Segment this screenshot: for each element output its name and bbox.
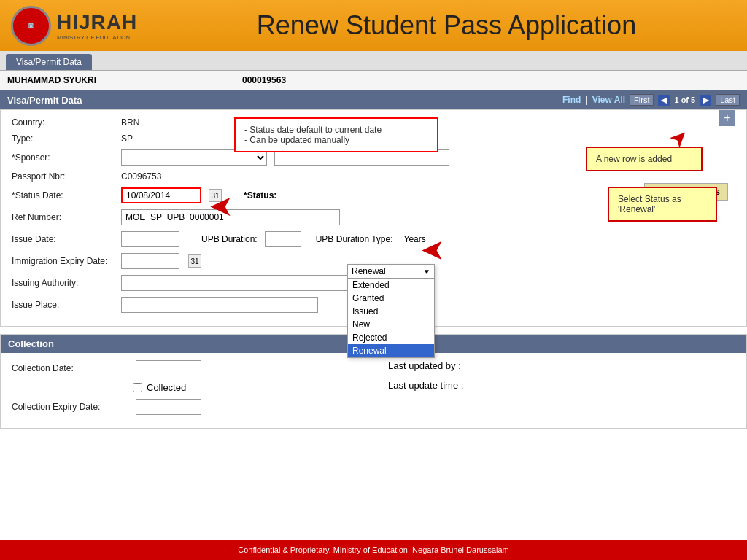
country-label: Country: xyxy=(12,117,114,128)
collection-right: Last updated by : Last update time : xyxy=(388,360,735,421)
footer-text: Confidential & Proprietary, Ministry of … xyxy=(238,545,509,554)
dropdown-selected-value: Renewal xyxy=(352,266,386,276)
last-update-time-row: Last update time : xyxy=(388,380,735,391)
logo-area: 🏛️ HIJRAH MINISTRY OF EDUCATION xyxy=(11,6,157,46)
section-header: Visa/Permit Data Find | View All First ◀… xyxy=(0,90,747,109)
issue-date-row: Issue Date: UPB Duration: UPB Duration T… xyxy=(12,231,735,247)
add-row-button[interactable]: + xyxy=(719,110,735,126)
status-date-label: *Status Date: xyxy=(12,190,114,201)
nav-view-all-link[interactable]: View All xyxy=(592,95,625,105)
status-date-input[interactable] xyxy=(121,187,201,203)
callout-new-row: A new row is added xyxy=(586,147,703,171)
collection-body: Collection Date: Collected Collection Ex… xyxy=(1,353,746,428)
type-value: SP xyxy=(121,133,133,144)
passport-value: C0096753 xyxy=(121,171,161,182)
dropdown-option-renewal[interactable]: Renewal xyxy=(348,344,434,357)
dropdown-option-extended[interactable]: Extended xyxy=(348,279,434,292)
app-header: 🏛️ HIJRAH MINISTRY OF EDUCATION Renew St… xyxy=(0,0,747,51)
callout-select-status-line1: Select Status as xyxy=(618,194,707,204)
upb-duration-type-label: UPB Duration Type: xyxy=(316,234,393,244)
dropdown-header: Renewal ▼ xyxy=(348,265,434,279)
last-updated-by-label: Last updated by : xyxy=(388,360,461,371)
nav-last-button[interactable]: Last xyxy=(716,94,740,106)
student-info-bar: MUHAMMAD SYUKRI 000019563 xyxy=(0,71,747,90)
last-update-time-label: Last update time : xyxy=(388,380,463,391)
dropdown-option-new[interactable]: New xyxy=(348,318,434,331)
collected-row: Collected xyxy=(12,382,359,393)
status-dropdown-popup: Renewal ▼ Extended Granted Issued New Re… xyxy=(347,264,435,358)
collection-date-row: Collection Date: xyxy=(12,360,359,376)
type-label: Type: xyxy=(12,133,114,144)
passport-label: Passport Nbr: xyxy=(12,171,114,182)
nav-page-text: 1 of 5 xyxy=(674,96,695,104)
last-updated-by-row: Last updated by : xyxy=(388,360,735,371)
collection-expiry-row: Collection Expiry Date: xyxy=(12,399,359,415)
upb-duration-input[interactable] xyxy=(265,231,301,247)
logo-subtitle: MINISTRY OF EDUCATION xyxy=(57,34,137,41)
section-title: Visa/Permit Data xyxy=(7,95,82,106)
callout-select-status: Select Status as 'Renewal' xyxy=(608,187,717,222)
nav-first-button[interactable]: First xyxy=(630,94,654,106)
callout-select-status-line2: 'Renewal' xyxy=(618,204,707,214)
collection-date-input[interactable] xyxy=(136,360,201,376)
dropdown-option-issued[interactable]: Issued xyxy=(348,305,434,318)
tab-visa-permit[interactable]: Visa/Permit Data xyxy=(6,54,92,70)
student-id: 000019563 xyxy=(242,75,286,85)
immigration-expiry-input[interactable] xyxy=(121,253,179,269)
callout-status-date: - Status date default to current date - … xyxy=(234,117,438,152)
collection-left: Collection Date: Collected Collection Ex… xyxy=(12,360,359,421)
callout-status-date-line2: - Can be updated manually xyxy=(244,135,428,145)
passport-row: Passport Nbr: C0096753 xyxy=(12,171,735,182)
logo-text: HIJRAH xyxy=(57,11,137,34)
collected-label: Collected xyxy=(147,382,186,393)
immigration-expiry-label: Immigration Expiry Date: xyxy=(12,256,114,266)
arrow-select-status: ➤ xyxy=(420,233,445,266)
immigration-calendar-icon[interactable]: 31 xyxy=(188,254,201,268)
arrow-status-date: ➤ xyxy=(209,189,233,222)
issue-date-label: Issue Date: xyxy=(12,234,114,244)
tab-bar: Visa/Permit Data xyxy=(0,51,747,71)
issue-date-input[interactable] xyxy=(121,231,179,247)
logo-icon: 🏛️ xyxy=(11,6,51,46)
nav-find-link[interactable]: Find xyxy=(562,95,581,105)
status-label: *Status: xyxy=(244,190,276,201)
page-title: Renew Student Pass Application xyxy=(157,10,736,41)
collection-expiry-label: Collection Expiry Date: xyxy=(12,402,128,412)
sponser-label: *Sponser: xyxy=(12,152,114,163)
upb-duration-label: UPB Duration: xyxy=(201,234,258,244)
nav-next-indicator: ▶ xyxy=(700,95,711,106)
collected-checkbox[interactable] xyxy=(133,383,142,392)
callout-status-date-line1: - Status date default to current date xyxy=(244,125,428,135)
section-nav: Find | View All First ◀ 1 of 5 ▶ Last xyxy=(562,94,740,106)
form-section: + Country: BRN Type: SP *Sponser: Passpo… xyxy=(0,109,747,327)
student-name: MUHAMMAD SYUKRI xyxy=(7,75,96,85)
dropdown-arrow-icon: ▼ xyxy=(423,268,430,276)
callout-new-row-text: A new row is added xyxy=(596,154,692,164)
ref-label: Ref Number: xyxy=(12,212,114,222)
issue-place-label: Issue Place: xyxy=(12,300,114,310)
dropdown-option-granted[interactable]: Granted xyxy=(348,292,434,305)
nav-page-indicator: ◀ xyxy=(658,95,670,106)
issuing-authority-label: Issuing Authority: xyxy=(12,278,114,288)
collection-expiry-input[interactable] xyxy=(136,399,201,415)
issue-place-input[interactable] xyxy=(121,297,318,313)
collection-date-label: Collection Date: xyxy=(12,363,128,373)
country-value: BRN xyxy=(121,117,139,128)
dropdown-option-rejected[interactable]: Rejected xyxy=(348,331,434,344)
footer: Confidential & Proprietary, Ministry of … xyxy=(0,540,747,560)
